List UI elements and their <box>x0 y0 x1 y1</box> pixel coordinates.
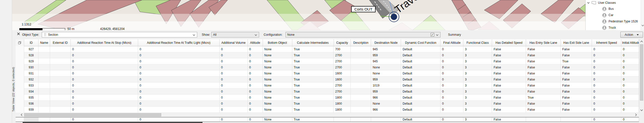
column-header-has-exit-side-lane[interactable]: Has Exit Side Lane <box>561 39 592 46</box>
cell-external-id[interactable] <box>50 83 71 89</box>
cell-inherent-speed[interactable]: 0 <box>592 58 621 64</box>
cell-calculate-intermediates[interactable]: True <box>292 52 334 58</box>
cell-has-exit-side-lane[interactable]: False <box>561 76 592 83</box>
cell-has-entry-side-lane[interactable]: False <box>526 76 561 83</box>
cell-bottom-object[interactable]: None <box>263 58 292 64</box>
cell-calculate-intermediates[interactable]: True <box>292 89 334 95</box>
cell-additional-volume[interactable]: 0 <box>220 58 248 64</box>
cell-destination-node[interactable]: 959 <box>371 52 401 58</box>
cell-functional-class[interactable]: 3 <box>463 89 492 95</box>
show-select[interactable]: All <box>211 32 259 37</box>
column-header-additional-volume[interactable]: Additional Volume <box>220 39 248 46</box>
cell-description[interactable] <box>351 52 371 58</box>
cell-additional-volume[interactable]: 0 <box>220 107 248 113</box>
table-row-935[interactable]: 9350000NoneTrue1800966Default03FalseTrue… <box>16 95 639 101</box>
cell-external-id[interactable] <box>50 107 71 113</box>
cell-additional-volume[interactable]: 0 <box>220 83 248 89</box>
cell-dynamic-cost-function[interactable]: Default <box>401 95 440 101</box>
cell-id[interactable]: 930 <box>24 64 38 70</box>
cell-destination-node[interactable]: None <box>371 64 401 70</box>
cell-additional-volume[interactable]: 0 <box>220 52 248 58</box>
cell-has-entry-side-lane[interactable]: False <box>526 58 561 64</box>
cell-has-entry-side-lane[interactable]: False <box>526 46 561 52</box>
cell-bottom-object[interactable]: None <box>263 64 292 70</box>
cell-has-exit-side-lane[interactable]: False <box>561 52 592 58</box>
column-header-has-entry-side-lane[interactable]: Has Entry Side Lane <box>526 39 561 46</box>
cell-external-id[interactable] <box>50 76 71 83</box>
cell-description[interactable] <box>351 107 371 113</box>
cell-initial-altitude[interactable]: 0 <box>621 52 639 58</box>
cell-dynamic-cost-function[interactable]: Default <box>401 52 440 58</box>
cell-additional-reaction-time-at-stop-micro[interactable]: 0 <box>71 101 138 107</box>
cell-id[interactable]: 932 <box>24 76 38 83</box>
cell-additional-reaction-time-at-traffic-light-micro[interactable]: 0 <box>138 95 220 101</box>
horizontal-scrollbar-thumb[interactable] <box>24 113 161 116</box>
row-header[interactable] <box>16 95 24 101</box>
tree-node-user-classes[interactable]: User Classes <box>587 1 616 5</box>
column-header-destination-node[interactable]: Destination Node <box>371 39 401 46</box>
cell-calculate-intermediates[interactable]: True <box>292 64 334 70</box>
cell-additional-reaction-time-at-stop-micro[interactable]: 0 <box>71 76 138 83</box>
cell-destination-node[interactable]: 945 <box>371 46 401 52</box>
cell-final-altitude[interactable]: 0 <box>440 101 463 107</box>
cell-inherent-speed[interactable]: 0 <box>592 107 621 113</box>
row-header[interactable] <box>16 70 24 76</box>
cell-additional-reaction-time-at-stop-micro[interactable]: 0 <box>71 52 138 58</box>
cell-additional-reaction-time-at-stop-micro[interactable]: 0 <box>71 64 138 70</box>
cell-additional-reaction-time-at-traffic-light-micro[interactable]: 0 <box>138 64 220 70</box>
cell-altitude[interactable]: 0 <box>248 64 263 70</box>
column-header-has-detailed-speed[interactable]: Has Detailed Speed <box>492 39 526 46</box>
cell-altitude[interactable]: 0 <box>248 89 263 95</box>
cell-name[interactable] <box>38 70 50 76</box>
cell-destination-node[interactable]: 945 <box>371 58 401 64</box>
scroll-left-icon[interactable] <box>21 113 23 116</box>
cell-initial-altitude[interactable]: 0 <box>621 95 639 101</box>
vertical-scrollbar[interactable] <box>639 39 644 113</box>
cell-capacity[interactable]: 2700 <box>334 83 351 89</box>
cell-bottom-object[interactable]: None <box>263 95 292 101</box>
column-header-bottom-object[interactable]: Bottom Object <box>263 39 292 46</box>
cell-capacity[interactable]: 2700 <box>334 58 351 64</box>
cell-additional-reaction-time-at-traffic-light-micro[interactable]: 0 <box>138 76 220 83</box>
cell-altitude[interactable]: 0 <box>248 95 263 101</box>
table-row-934[interactable]: 9340000NoneTrue2700959Default03FalseFals… <box>16 89 639 95</box>
cell-calculate-intermediates[interactable]: True <box>292 95 334 101</box>
row-header[interactable] <box>16 64 24 70</box>
cell-description[interactable] <box>351 89 371 95</box>
cell-destination-node[interactable]: 966 <box>371 95 401 101</box>
column-header-description[interactable]: Description <box>351 39 371 46</box>
cell-id[interactable]: 931 <box>24 70 38 76</box>
cell-calculate-intermediates[interactable]: True <box>292 70 334 76</box>
cell-functional-class[interactable]: 3 <box>463 46 492 52</box>
cell-destination-node[interactable]: None <box>371 101 401 107</box>
column-header-dynamic-cost-function[interactable]: Dynamic Cost Function <box>401 39 440 46</box>
cell-final-altitude[interactable]: 0 <box>440 64 463 70</box>
cell-initial-altitude[interactable]: 0 <box>621 70 639 76</box>
cell-external-id[interactable] <box>50 89 71 95</box>
tree-item-pedestrian-type-1526[interactable]: Pedestrian Type 1526 <box>602 19 638 24</box>
cell-final-altitude[interactable]: 0 <box>440 107 463 113</box>
scroll-right-icon[interactable] <box>635 113 637 116</box>
cell-capacity[interactable]: 1800 <box>334 107 351 113</box>
cell-has-exit-side-lane[interactable]: False <box>561 70 592 76</box>
table-row-939[interactable]: 9390000NoneTrue1800966Default03FalseFals… <box>16 107 639 113</box>
cell-altitude[interactable]: 0 <box>248 76 263 83</box>
cell-additional-reaction-time-at-traffic-light-micro[interactable]: 0 <box>138 52 220 58</box>
cell-description[interactable] <box>351 83 371 89</box>
cell-bottom-object[interactable]: None <box>263 70 292 76</box>
column-header-altitude[interactable]: Altitude <box>248 39 263 46</box>
cell-has-entry-side-lane[interactable]: False <box>526 64 561 70</box>
cell-capacity[interactable]: 1600 <box>334 70 351 76</box>
cell-additional-volume[interactable]: 0 <box>220 70 248 76</box>
column-header-name[interactable]: Name <box>38 39 50 46</box>
cell-additional-reaction-time-at-traffic-light-micro[interactable]: 0 <box>138 89 220 95</box>
cell-functional-class[interactable]: 3 <box>463 83 492 89</box>
cell-calculate-intermediates[interactable]: True <box>292 101 334 107</box>
cell-has-exit-side-lane[interactable]: False <box>561 95 592 101</box>
cell-has-exit-side-lane[interactable]: False <box>561 101 592 107</box>
cell-dynamic-cost-function[interactable]: Default <box>401 58 440 64</box>
cell-has-entry-side-lane[interactable]: True <box>526 95 561 101</box>
cell-has-exit-side-lane[interactable]: False <box>561 46 592 52</box>
cell-has-detailed-speed[interactable]: False <box>492 46 526 52</box>
object-type-select[interactable]: Section <box>42 32 197 37</box>
